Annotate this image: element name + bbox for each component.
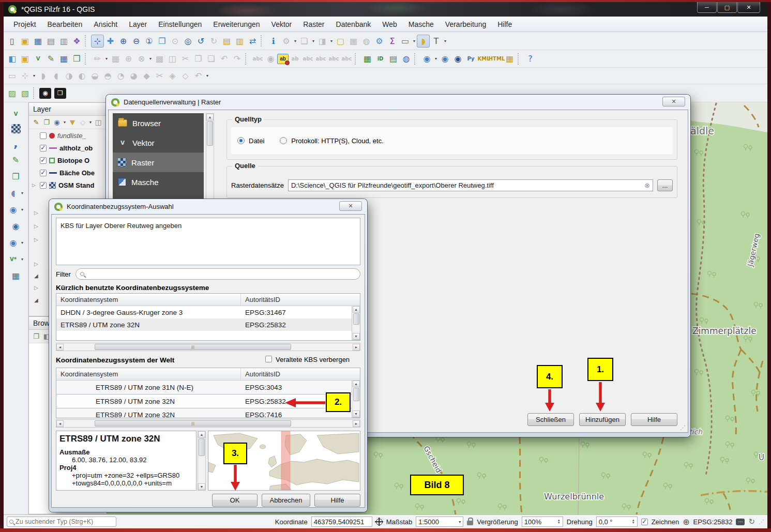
- new-project-icon[interactable]: ▯: [6, 35, 19, 48]
- table-row[interactable]: ETRS89 / UTM zone 31N (N-E) EPSG:3043: [56, 381, 360, 394]
- new-virtual-layer-icon[interactable]: ❒: [70, 52, 83, 65]
- layer-expand-arrow-icon[interactable]: ▷: [34, 261, 38, 267]
- table-row[interactable]: ETRS89 / UTM zone 32N EPSG:7416: [56, 408, 360, 418]
- show-hidden-labels-icon[interactable]: abc: [301, 52, 314, 65]
- menu-erweiterungen[interactable]: Erweiterungen: [207, 18, 265, 31]
- reshape-features-icon[interactable]: ◇: [179, 69, 192, 82]
- scrollbar-thumb[interactable]: [95, 344, 291, 350]
- menu-masche[interactable]: Masche: [403, 18, 440, 31]
- scroll-left-arrow[interactable]: ◄: [56, 420, 64, 427]
- digitizing-tool-icon[interactable]: ◗: [37, 69, 50, 82]
- digitizing-tool-icon[interactable]: ◐: [75, 69, 88, 82]
- cad-tools-icon[interactable]: ▭: [6, 69, 19, 82]
- advanced-digitizing-icon[interactable]: ⊗: [135, 52, 148, 65]
- column-autoritaetsid[interactable]: AutoritätsID: [241, 294, 280, 306]
- scrollbar-thumb[interactable]: [199, 438, 205, 456]
- horizontal-scrollbar[interactable]: ◄ ►: [56, 419, 360, 428]
- coordinate-capture-icon[interactable]: [376, 519, 383, 525]
- scroll-left-arrow[interactable]: ◄: [56, 344, 64, 351]
- zoom-next-icon[interactable]: ↻: [207, 35, 220, 48]
- menu-ansicht[interactable]: Ansicht: [88, 18, 123, 31]
- browser-refresh-icon[interactable]: ❐: [31, 331, 41, 342]
- table-row[interactable]: ETRS89 / UTM zone 32N EPSG:25832: [56, 318, 360, 331]
- menu-datenbank[interactable]: Datenbank: [330, 18, 377, 31]
- layer-checkbox[interactable]: [40, 145, 47, 151]
- osm-place-search-icon[interactable]: ◉: [451, 52, 464, 65]
- db-manager-icon[interactable]: ◍: [400, 52, 413, 65]
- style-manager-icon[interactable]: ❖: [70, 35, 83, 48]
- chevron-down-icon[interactable]: ▾: [104, 56, 109, 61]
- chevron-down-icon[interactable]: ▾: [293, 39, 298, 43]
- raster-tools-icon[interactable]: ▤: [387, 52, 400, 65]
- minimize-button[interactable]: ─: [697, 2, 717, 13]
- table-header[interactable]: Koordinatensystem AutoritätsID: [56, 294, 360, 306]
- pan-map-icon[interactable]: ⊹: [91, 35, 104, 48]
- layer-expand-arrow-icon[interactable]: ▷: [34, 223, 38, 229]
- radio-protokoll[interactable]: [280, 137, 287, 144]
- layer-expand-arrow-icon[interactable]: ▷: [34, 210, 38, 216]
- python-plugin-icon[interactable]: Py: [464, 52, 477, 65]
- move-label-icon[interactable]: abc: [314, 52, 327, 65]
- scrollbar-thumb[interactable]: [353, 313, 359, 325]
- hide-deprecated-label[interactable]: Veraltete KBS verbergen: [276, 356, 350, 363]
- task-sync-icon[interactable]: ↻: [748, 517, 755, 526]
- open-data-source-manager-icon[interactable]: ◧: [6, 52, 19, 65]
- new-bookmark-icon[interactable]: ▤: [220, 35, 233, 48]
- new-shapefile-layer-icon[interactable]: V: [32, 52, 44, 65]
- resize-grip[interactable]: ⋰: [759, 519, 764, 525]
- resize-grip[interactable]: ⋰: [680, 424, 686, 431]
- chevron-down-icon[interactable]: ▾: [20, 207, 25, 212]
- text-annotation-icon[interactable]: T: [430, 35, 443, 48]
- digitizing-tool-icon[interactable]: ◆: [140, 69, 153, 82]
- add-spatialite-layer-icon[interactable]: ❒: [9, 170, 22, 183]
- layer-item-altholz[interactable]: altholz_ob: [29, 142, 107, 154]
- lock-scale-icon[interactable]: [467, 521, 473, 525]
- chevron-down-icon[interactable]: ▾: [205, 73, 210, 78]
- close-button[interactable]: ✕: [737, 2, 760, 13]
- messages-icon[interactable]: ⋯: [736, 519, 745, 525]
- layer-expand-arrow-icon[interactable]: ▷: [34, 285, 38, 291]
- expand-arrow-icon[interactable]: ▷: [32, 183, 37, 188]
- add-virtual-layer-icon[interactable]: V*: [7, 253, 20, 266]
- digitizing-tool-icon[interactable]: ◖: [50, 69, 63, 82]
- python-console-icon[interactable]: ▦: [361, 52, 374, 65]
- menu-layer[interactable]: Layer: [123, 18, 153, 31]
- layer-labeling-icon[interactable]: abc: [251, 52, 264, 65]
- hinzufuegen-button[interactable]: Hinzufügen: [579, 413, 626, 426]
- zeichnen-checkbox[interactable]: [641, 519, 648, 525]
- new-mesh-layer-icon[interactable]: ▦: [57, 52, 70, 65]
- landscape-plugin-icon[interactable]: ▧: [19, 87, 32, 100]
- zoom-in-icon[interactable]: ⊕: [117, 35, 130, 48]
- merge-features-icon[interactable]: ◈: [166, 69, 179, 82]
- copy-features-icon[interactable]: ❐: [192, 52, 205, 65]
- digitizing-tool-icon[interactable]: ◒: [88, 69, 101, 82]
- digitizing-tool-icon[interactable]: ◕: [127, 69, 140, 82]
- expand-all-icon[interactable]: ◫: [93, 117, 103, 128]
- add-raster-layer-icon[interactable]: [11, 124, 21, 133]
- scroll-up-arrow[interactable]: ▲: [353, 306, 360, 313]
- redo-icon[interactable]: ↷: [231, 52, 244, 65]
- scrollbar-thumb[interactable]: [207, 121, 213, 146]
- digitizing-tool-icon[interactable]: ◓: [101, 69, 114, 82]
- crs-status-icon[interactable]: ⊕: [683, 517, 689, 527]
- new-geopackage-layer-icon[interactable]: ▣: [19, 52, 32, 65]
- maximize-button[interactable]: ▢: [717, 2, 737, 13]
- add-vector-layer-icon[interactable]: V: [9, 108, 22, 120]
- chevron-down-icon[interactable]: ▾: [443, 39, 448, 43]
- sidebar-item-browser[interactable]: Browser: [113, 113, 204, 133]
- scroll-up-arrow[interactable]: ▲: [353, 381, 360, 387]
- revert-edits-icon[interactable]: ↶: [192, 69, 205, 82]
- radio-datei-label[interactable]: Datei: [249, 137, 264, 145]
- epsg-status[interactable]: EPSG:25832: [693, 518, 733, 526]
- add-group-icon[interactable]: ❐: [41, 117, 52, 128]
- menu-hilfe[interactable]: Hilfe: [492, 18, 518, 31]
- locator-input[interactable]: [16, 518, 114, 525]
- refresh-map-icon[interactable]: ⇄: [246, 35, 259, 48]
- menu-bearbeiten[interactable]: Bearbeiten: [42, 18, 88, 31]
- column-koordinatensystem[interactable]: Koordinatensystem: [56, 294, 241, 306]
- paste-features-icon[interactable]: ❑: [205, 52, 218, 65]
- chevron-down-icon[interactable]: ▾: [88, 120, 93, 125]
- metasearch-icon[interactable]: ◉: [439, 52, 451, 65]
- menu-web[interactable]: Web: [376, 18, 403, 31]
- column-autoritaetsid[interactable]: AutoritätsID: [241, 368, 280, 380]
